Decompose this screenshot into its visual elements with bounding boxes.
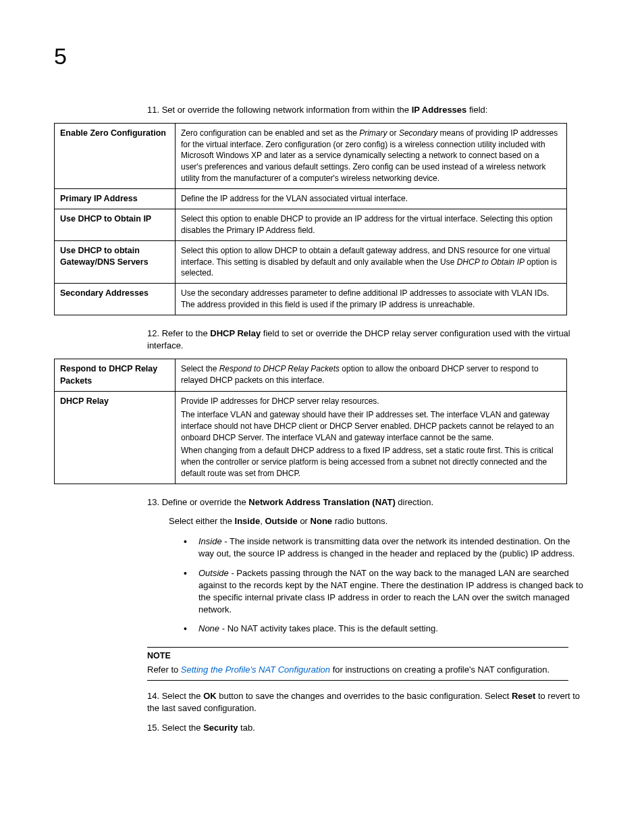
desc-cell: Use the secondary addresses parameter to…	[176, 284, 567, 315]
bullet-text: - No NAT activity takes place. This is t…	[219, 623, 438, 633]
dhcp-relay-label: DHCP Relay	[210, 328, 261, 338]
table-row: Use DHCP to obtain Gateway/DNS Servers S…	[55, 240, 567, 283]
text-italic: DHCP to Obtain IP	[457, 257, 525, 267]
list-item: None - No NAT activity takes place. This…	[182, 623, 583, 635]
table-row: DHCP Relay Provide IP addresses for DHCP…	[55, 392, 567, 484]
table-row: Secondary Addresses Use the secondary ad…	[55, 284, 567, 315]
desc-cell: Provide IP addresses for DHCP server rel…	[176, 392, 567, 484]
bullet-label: Outside	[198, 568, 229, 578]
step-text: Define or override the	[162, 497, 249, 507]
list-item: Outside - Packets passing through the NA…	[182, 567, 583, 617]
list-item: Inside - The inside network is transmitt…	[182, 536, 583, 560]
text-italic: Primary	[359, 128, 387, 138]
inside-label: Inside	[235, 516, 261, 526]
nat-options-list: Inside - The inside network is transmitt…	[182, 536, 583, 635]
step-number: 13.	[147, 497, 159, 507]
term-cell: Secondary Addresses	[55, 284, 176, 315]
term-cell: Enable Zero Configuration	[55, 123, 176, 188]
text: or	[387, 128, 399, 138]
step-15: 15. Select the Security tab.	[147, 722, 583, 734]
step-text-suffix: field:	[466, 105, 487, 115]
bullet-text: - The inside network is transmitting dat…	[198, 536, 574, 558]
step-number: 15.	[147, 723, 159, 733]
term-cell: DHCP Relay	[55, 392, 176, 484]
ip-addresses-table: Enable Zero Configuration Zero configura…	[54, 123, 567, 315]
outside-label: Outside	[265, 516, 297, 526]
text: Refer to	[147, 664, 181, 675]
term-cell: Respond to DHCP Relay Packets	[55, 359, 176, 392]
text: Provide IP addresses for DHCP server rel…	[181, 396, 561, 407]
ip-addresses-label: IP Addresses	[412, 105, 467, 115]
step-number: 12.	[147, 328, 159, 338]
text-italic: Secondary	[399, 128, 437, 138]
term-cell: Primary IP Address	[55, 188, 176, 209]
desc-cell: Select this option to enable DHCP to pro…	[176, 209, 567, 241]
text: button to save the changes and overrides…	[217, 691, 512, 701]
table-row: Primary IP Address Define the IP address…	[55, 188, 567, 209]
text: Select the	[162, 723, 203, 733]
reset-button-label: Reset	[512, 691, 535, 701]
text: When changing from a default DHCP addres…	[181, 445, 561, 479]
text: radio buttons.	[332, 516, 387, 526]
text: The interface VLAN and gateway should ha…	[181, 409, 561, 443]
table-row: Enable Zero Configuration Zero configura…	[55, 123, 567, 188]
table-row: Use DHCP to Obtain IP Select this option…	[55, 209, 567, 241]
step-text-suffix: direction.	[396, 497, 433, 507]
chapter-number: 5	[54, 41, 583, 73]
step-text: Set or override the following network in…	[162, 105, 412, 115]
dhcp-relay-table: Respond to DHCP Relay Packets Select the…	[54, 359, 567, 484]
nat-config-link[interactable]: Setting the Profile's NAT Configuration	[181, 664, 330, 675]
nat-label: Network Address Translation (NAT)	[248, 497, 395, 507]
step-11: 11. Set or override the following networ…	[147, 104, 583, 116]
text: or	[298, 516, 311, 526]
note-title: NOTE	[147, 650, 568, 662]
desc-cell: Define the IP address for the VLAN assoc…	[176, 188, 567, 209]
step-14: 14. Select the OK button to save the cha…	[147, 690, 583, 714]
text: tab.	[238, 723, 254, 733]
bullet-label: None	[198, 623, 219, 633]
step-13-sub: Select either the Inside, Outside or Non…	[169, 515, 583, 527]
step-text: Refer to the	[162, 328, 211, 338]
step-13: 13. Define or override the Network Addre…	[147, 496, 583, 509]
term-cell: Use DHCP to Obtain IP	[55, 209, 176, 241]
desc-cell: Zero configuration can be enabled and se…	[176, 123, 567, 188]
none-label: None	[311, 516, 333, 526]
text: Zero configuration can be enabled and se…	[181, 128, 359, 138]
note-block: NOTE Refer to Setting the Profile's NAT …	[147, 647, 568, 681]
desc-cell: Select this option to allow DHCP to obta…	[176, 240, 567, 283]
note-body: Refer to Setting the Profile's NAT Confi…	[147, 664, 568, 676]
bullet-label: Inside	[198, 536, 222, 546]
desc-cell: Select the Respond to DHCP Relay Packets…	[176, 359, 567, 392]
bullet-text: - Packets passing through the NAT on the…	[198, 568, 583, 615]
term-cell: Use DHCP to obtain Gateway/DNS Servers	[55, 240, 176, 283]
security-tab-label: Security	[203, 723, 238, 733]
text: Select the	[181, 364, 219, 373]
text-italic: Respond to DHCP Relay Packets	[219, 364, 340, 373]
step-number: 11.	[147, 105, 159, 115]
text: for instructions on creating a profile's…	[330, 664, 549, 675]
text: Select the	[162, 691, 203, 701]
text: Select either the	[169, 516, 235, 526]
table-row: Respond to DHCP Relay Packets Select the…	[55, 359, 567, 392]
step-12: 12. Refer to the DHCP Relay field to set…	[147, 328, 583, 352]
ok-button-label: OK	[203, 691, 217, 701]
step-number: 14.	[147, 691, 159, 701]
